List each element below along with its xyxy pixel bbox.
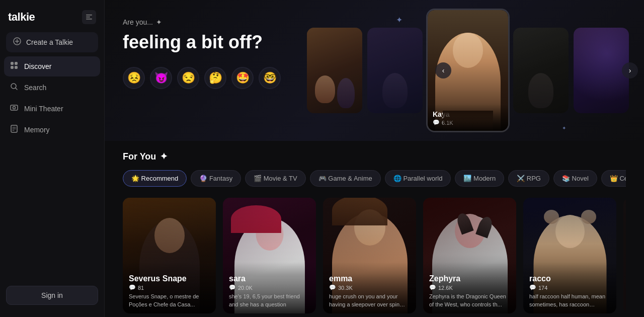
emoji-btn-0[interactable]: 😣 [123,67,145,89]
zephyra-info: Zephyra 💬 12.6K Zephyra is the Dragonic … [423,262,516,313]
emoji-btn-2[interactable]: 😒 [177,67,199,89]
sara-info: sara 💬 20.0K she's 19, 6,5 your best fri… [223,262,316,313]
emma-name: emma [329,274,410,283]
hero-subtitle: Are you... ✦ [123,18,626,26]
svg-rect-9 [15,66,18,69]
subtitle-sparkle: ✦ [156,18,162,26]
sidebar: talkie Create a Talkie [0,0,105,317]
racco-count-icon: 💬 [529,284,536,291]
sara-desc: she's 19, 6,5 your best friend and she h… [229,293,310,308]
character-card-sara[interactable]: sara 💬 20.0K she's 19, 6,5 your best fri… [223,198,316,313]
sidebar-bottom: Sign in [0,286,104,309]
svg-rect-0 [86,15,92,16]
svg-point-13 [13,107,16,109]
character-card-emma[interactable]: emma 💬 30.3K huge crush on you and your … [323,198,416,313]
emma-desc: huge crush on you and your having a slee… [329,293,410,308]
sidebar-logo: talkie [0,8,104,32]
for-you-section: For You ✦ 🌟 Recommend 🔮 Fantasy 🎬 Movie … [105,141,644,317]
filter-tabs: 🌟 Recommend 🔮 Fantasy 🎬 Movie & TV 🎮 Gam… [123,170,626,188]
snape-count: 💬 81 [129,284,210,291]
collapse-button[interactable] [82,10,96,24]
svg-line-11 [16,88,18,90]
character-card-racco[interactable]: racco 💬 174 half raccoon half human, mea… [523,198,616,313]
svg-rect-12 [11,105,18,110]
emma-info: emma 💬 30.3K huge crush on you and your … [323,262,416,313]
sidebar-item-search[interactable]: Search [4,77,100,98]
section-title: For You ✦ [123,151,626,162]
sara-count-icon: 💬 [229,284,236,291]
snape-desc: Severus Snape, o mestre de Poções e Chef… [129,293,210,308]
sign-in-button[interactable]: Sign in [6,286,98,305]
racco-desc: half raccoon half human, mean sometimes,… [529,293,610,308]
sidebar-nav: Discover Search Mini Theater [0,56,104,140]
search-icon [10,83,18,93]
logo-text: talkie [8,11,35,24]
svg-rect-1 [86,17,90,18]
section-title-text: For You [123,151,156,162]
discover-label: Discover [24,62,51,70]
tab-parallel-world[interactable]: 🌐 Parallel world [385,170,451,187]
create-talkie-button[interactable]: Create a Talkie [6,32,98,52]
hero-text: Are you... ✦ feeling a bit off? 😣 😈 😒 🤔 … [123,18,626,89]
emma-count-icon: 💬 [329,284,336,291]
create-icon [13,37,21,47]
zephyra-name: Zephyra [429,274,510,283]
hero-section: ✦ ✦ ✦ Are you... ✦ feeling a bit off? 😣 … [105,0,644,141]
sara-name: sara [229,274,310,283]
characters-grid: Severus Snape 💬 81 Severus Snape, o mest… [123,198,626,313]
search-label: Search [24,84,46,92]
emma-count: 💬 30.3K [329,284,410,291]
zephyra-count: 💬 12.6K [429,284,510,291]
svg-rect-6 [11,62,14,65]
emoji-btn-4[interactable]: 🤩 [231,67,254,89]
svg-rect-7 [15,62,18,65]
zephyra-count-icon: 💬 [429,284,436,291]
emoji-btn-1[interactable]: 😈 [150,67,172,89]
emoji-btn-3[interactable]: 🤔 [204,67,226,89]
create-label: Create a Talkie [26,38,73,46]
zephyra-desc: Zephyra is the Dragonic Queen of the Wes… [429,293,510,308]
svg-rect-8 [11,66,14,69]
tab-modern[interactable]: 🏙️ Modern [455,170,504,187]
snape-name: Severus Snape [129,274,210,283]
character-card-zephyra[interactable]: Zephyra 💬 12.6K Zephyra is the Dragonic … [423,198,516,313]
section-sparkle: ✦ [160,151,168,162]
emoji-row: 😣 😈 😒 🤔 🤩 🤓 [123,67,626,89]
mini-theater-label: Mini Theater [24,105,63,113]
tab-game-anime[interactable]: 🎮 Game & Anime [310,170,381,187]
svg-rect-2 [86,19,92,20]
tab-celebrities[interactable]: 👑 Celebrities [601,170,626,187]
emoji-btn-5[interactable]: 🤓 [259,67,281,89]
racco-name: racco [529,274,610,283]
memory-label: Memory [24,126,50,134]
memory-icon [10,125,18,135]
hero-title: feeling a bit off? [123,31,626,53]
sidebar-item-mini-theater[interactable]: Mini Theater [4,99,100,119]
tab-novel[interactable]: 📚 Novel [553,170,597,187]
snape-count-icon: 💬 [129,284,136,291]
subtitle-text: Are you... [123,18,153,26]
tab-recommend[interactable]: 🌟 Recommend [123,170,187,187]
character-card-severus-snape[interactable]: Severus Snape 💬 81 Severus Snape, o mest… [123,198,216,313]
racco-count: 💬 174 [529,284,610,291]
tab-movie-tv[interactable]: 🎬 Movie & TV [245,170,306,187]
main-content: ✦ ✦ ✦ Are you... ✦ feeling a bit off? 😣 … [105,0,644,317]
discover-icon [10,61,18,71]
chat-icon: 💬 [433,119,440,126]
sidebar-item-memory[interactable]: Memory [4,120,100,140]
sidebar-item-discover[interactable]: Discover [4,56,100,76]
snape-info: Severus Snape 💬 81 Severus Snape, o mest… [123,262,216,313]
racco-info: racco 💬 174 half raccoon half human, mea… [523,262,616,313]
tab-rpg[interactable]: ⚔️ RPG [508,170,549,187]
mini-theater-icon [10,104,18,114]
character-card-partial[interactable] [623,198,626,313]
tab-fantasy[interactable]: 🔮 Fantasy [191,170,241,187]
sara-count: 💬 20.0K [229,284,310,291]
